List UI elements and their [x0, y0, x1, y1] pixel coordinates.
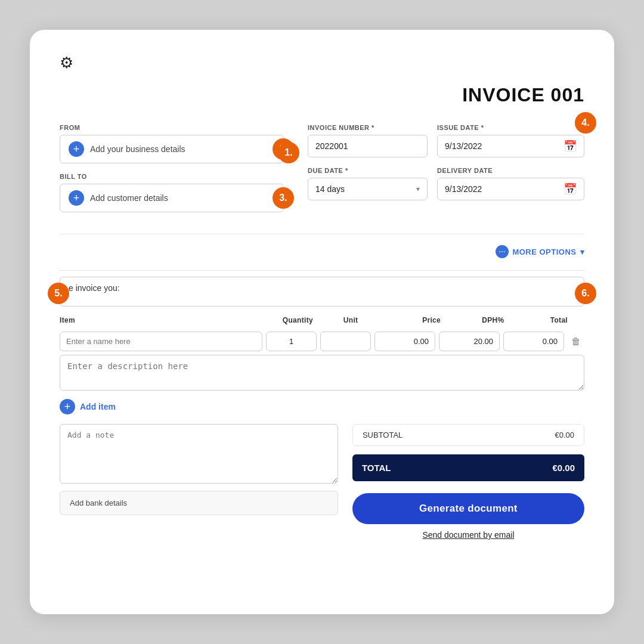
issue-date-calendar-icon[interactable]: 📅	[556, 140, 584, 153]
item-dph-input[interactable]	[439, 332, 500, 351]
bill-to-label: BILL TO	[60, 173, 284, 180]
add-item-icon-row: + Add item	[60, 399, 116, 414]
more-options-label: MORE OPTIONS	[512, 247, 576, 256]
right-bottom: SUBTOTAL €0.00 TOTAL €0.00 Generate docu…	[352, 424, 584, 540]
top-divider	[60, 234, 584, 234]
table-row: 🗑	[60, 332, 584, 351]
due-date-chevron-icon: ▾	[416, 185, 420, 193]
invoice-number-input[interactable]	[308, 135, 428, 157]
due-delivery-row: Due date * 14 days ▾ Delivery date 📅	[308, 167, 584, 200]
badge-4: 4.	[575, 112, 596, 134]
subtotal-row: SUBTOTAL €0.00	[352, 424, 584, 446]
delivery-date-input-row: 📅	[437, 178, 584, 200]
add-customer-icon: +	[69, 190, 84, 206]
description-row	[60, 355, 584, 393]
delete-item-icon[interactable]: 🗑	[571, 336, 581, 346]
add-item-button[interactable]: + Add item	[60, 399, 584, 414]
subtotal-label: SUBTOTAL	[363, 431, 402, 439]
header-total: Total	[504, 316, 568, 324]
item-price-input[interactable]	[374, 332, 435, 351]
header-item: Item	[60, 316, 271, 324]
more-options-dots-icon: ···	[496, 245, 509, 258]
item-name-cell	[60, 332, 262, 351]
item-price-cell	[374, 332, 435, 351]
invoice-note-section: 5. 6. e invoice you: ⤡	[60, 277, 584, 306]
badge-1: 1.	[278, 142, 299, 163]
left-bottom: Add bank details	[60, 424, 338, 540]
issue-date-input-row: 📅	[437, 135, 584, 157]
invoice-number-label: Invoice number *	[308, 124, 428, 131]
header-unit: Unit	[324, 316, 377, 324]
add-business-text: Add your business details	[90, 144, 185, 154]
item-unit-cell	[320, 332, 371, 351]
more-options-chevron-icon: ▾	[580, 247, 585, 256]
gear-icon[interactable]: ⚙	[60, 54, 584, 72]
left-section: FROM + Add your business details 2. BILL…	[60, 124, 284, 222]
invoice-note-content: e invoice you:	[69, 283, 120, 293]
item-delete-cell: 🗑	[568, 336, 584, 347]
issue-date-label: Issue date *	[437, 124, 584, 131]
item-dph-cell	[439, 332, 500, 351]
items-section: Item Quantity Unit Price DPH% Total	[60, 316, 584, 414]
item-name-input[interactable]	[60, 332, 262, 351]
item-unit-input[interactable]	[320, 332, 371, 351]
header-quantity: Quantity	[271, 316, 324, 324]
add-business-button[interactable]: + Add your business details 2.	[60, 135, 284, 163]
send-email-link[interactable]: Send document by email	[352, 530, 584, 540]
generate-document-button[interactable]: Generate document	[352, 493, 584, 524]
more-options-button[interactable]: ··· MORE OPTIONS ▾	[496, 245, 584, 258]
delivery-date-label: Delivery date	[437, 167, 584, 174]
add-customer-button[interactable]: + Add customer details 3.	[60, 184, 284, 212]
total-value: €0.00	[552, 463, 575, 473]
right-section: 4. 1. Invoice number * Issue date * 📅	[308, 124, 584, 222]
from-label: FROM	[60, 124, 284, 131]
middle-divider	[60, 270, 584, 271]
invoice-number-group: Invoice number *	[308, 124, 428, 157]
total-label: TOTAL	[362, 463, 391, 473]
due-date-value: 14 days	[315, 184, 416, 194]
header-price: Price	[377, 316, 441, 324]
badge-3: 3.	[273, 187, 294, 209]
item-total-input[interactable]	[503, 332, 564, 351]
item-total-cell	[503, 332, 564, 351]
delivery-date-input[interactable]	[438, 178, 556, 200]
header-dph: DPH%	[441, 316, 504, 324]
add-item-label: Add item	[80, 402, 116, 411]
invoice-title: INVOICE 001	[60, 84, 584, 106]
issue-date-group: Issue date * 📅	[437, 124, 584, 157]
delivery-date-group: Delivery date 📅	[437, 167, 584, 200]
top-section: FROM + Add your business details 2. BILL…	[60, 124, 584, 222]
bank-details-box[interactable]: Add bank details	[60, 491, 338, 515]
invoice-note-text[interactable]: e invoice you: ⤡	[60, 277, 584, 306]
item-qty-cell	[266, 332, 317, 351]
total-row: TOTAL €0.00	[352, 454, 584, 481]
invoice-date-row: Invoice number * Issue date * 📅	[308, 124, 584, 157]
due-date-label: Due date *	[308, 167, 428, 174]
subtotal-value: €0.00	[555, 431, 574, 439]
badge-5: 5.	[48, 283, 69, 304]
items-table-header: Item Quantity Unit Price DPH% Total	[60, 316, 584, 327]
delivery-date-calendar-icon[interactable]: 📅	[556, 182, 584, 196]
due-date-select[interactable]: 14 days ▾	[308, 178, 428, 200]
note-textarea[interactable]	[60, 424, 338, 484]
add-customer-text: Add customer details	[90, 193, 168, 203]
due-date-group: Due date * 14 days ▾	[308, 167, 428, 200]
add-business-icon: +	[69, 141, 84, 157]
add-item-plus-icon: +	[60, 399, 75, 414]
item-qty-input[interactable]	[266, 332, 317, 351]
more-options-row: ··· MORE OPTIONS ▾	[60, 240, 584, 264]
invoice-card: ⚙ INVOICE 001 FROM + Add your business d…	[30, 30, 614, 614]
item-description-input[interactable]	[60, 355, 584, 391]
bottom-section: Add bank details SUBTOTAL €0.00 TOTAL €0…	[60, 424, 584, 540]
badge-6: 6.	[575, 283, 596, 304]
issue-date-input[interactable]	[438, 135, 556, 157]
